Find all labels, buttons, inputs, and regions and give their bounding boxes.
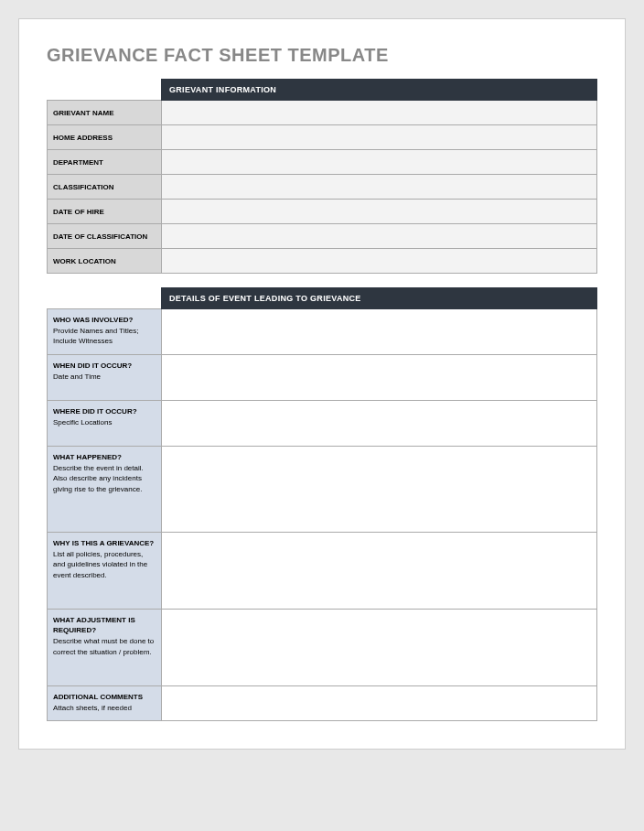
table-row: WHAT ADJUSTMENT IS REQUIRED? Describe wh… (48, 610, 597, 686)
label-home-address: HOME ADDRESS (48, 125, 162, 150)
table-row: DATE OF HIRE (48, 200, 597, 224)
table-row: DEPARTMENT (48, 150, 597, 175)
label-text: WHEN DID IT OCCUR? (53, 362, 132, 370)
label-department: DEPARTMENT (48, 150, 162, 175)
value-who-involved[interactable] (162, 309, 597, 355)
label-text: ADDITIONAL COMMENTS (53, 693, 143, 701)
label-date-of-hire: DATE OF HIRE (48, 200, 162, 224)
label-adjustment-required: WHAT ADJUSTMENT IS REQUIRED? Describe wh… (48, 610, 162, 686)
label-text: WHY IS THIS A GRIEVANCE? (53, 539, 154, 547)
label-classification: CLASSIFICATION (48, 175, 162, 200)
value-date-of-classification[interactable] (162, 224, 597, 249)
grievant-info-table: GRIEVANT INFORMATION GRIEVANT NAME HOME … (47, 79, 597, 721)
value-date-of-hire[interactable] (162, 200, 597, 224)
section-header-grievant-info: GRIEVANT INFORMATION (162, 80, 597, 101)
value-when-occur[interactable] (162, 355, 597, 401)
label-sub: Specific Locations (53, 417, 156, 427)
value-home-address[interactable] (162, 125, 597, 150)
page-title: GRIEVANCE FACT SHEET TEMPLATE (47, 45, 597, 66)
table-row: HOME ADDRESS (48, 125, 597, 150)
value-where-occur[interactable] (162, 401, 597, 447)
label-text: WHERE DID IT OCCUR? (53, 407, 137, 416)
label-text: WHAT HAPPENED? (53, 453, 122, 461)
label-sub: Attach sheets, if needed (53, 703, 156, 713)
table-row: WHERE DID IT OCCUR? Specific Locations (48, 401, 597, 447)
value-classification[interactable] (162, 175, 597, 200)
label-when-occur: WHEN DID IT OCCUR? Date and Time (48, 355, 162, 401)
value-what-happened[interactable] (162, 447, 597, 533)
label-text: WHO WAS INVOLVED? (53, 316, 133, 324)
label-text: WHAT ADJUSTMENT IS REQUIRED? (53, 616, 135, 634)
value-work-location[interactable] (162, 249, 597, 274)
table-row: GRIEVANT NAME (48, 101, 597, 125)
label-sub: Provide Names and Titles; Include Witnes… (53, 326, 156, 346)
table-row: WHO WAS INVOLVED? Provide Names and Titl… (48, 309, 597, 355)
label-what-happened: WHAT HAPPENED? Describe the event in det… (48, 447, 162, 533)
value-grievant-name[interactable] (162, 101, 597, 125)
table-row: ADDITIONAL COMMENTS Attach sheets, if ne… (48, 686, 597, 721)
label-why-grievance: WHY IS THIS A GRIEVANCE? List all polici… (48, 533, 162, 610)
spacer-cell (48, 80, 162, 101)
value-additional-comments[interactable] (162, 686, 597, 721)
label-sub: Date and Time (53, 372, 156, 382)
label-where-occur: WHERE DID IT OCCUR? Specific Locations (48, 401, 162, 447)
label-additional-comments: ADDITIONAL COMMENTS Attach sheets, if ne… (48, 686, 162, 721)
value-department[interactable] (162, 150, 597, 175)
section-header-event-details: DETAILS OF EVENT LEADING TO GRIEVANCE (162, 288, 597, 309)
table-row: WHY IS THIS A GRIEVANCE? List all polici… (48, 533, 597, 610)
table-row: WORK LOCATION (48, 249, 597, 274)
spacer-cell (48, 288, 162, 309)
table-row: DATE OF CLASSIFICATION (48, 224, 597, 249)
label-work-location: WORK LOCATION (48, 249, 162, 274)
value-why-grievance[interactable] (162, 533, 597, 610)
document-page: GRIEVANCE FACT SHEET TEMPLATE GRIEVANT I… (18, 18, 626, 750)
table-row: WHAT HAPPENED? Describe the event in det… (48, 447, 597, 533)
label-sub: Describe what must be done to correct th… (53, 636, 156, 656)
table-row: CLASSIFICATION (48, 175, 597, 200)
label-date-of-classification: DATE OF CLASSIFICATION (48, 224, 162, 249)
label-sub: List all policies, procedures, and guide… (53, 549, 156, 580)
table-row: WHEN DID IT OCCUR? Date and Time (48, 355, 597, 401)
value-adjustment-required[interactable] (162, 610, 597, 686)
label-who-involved: WHO WAS INVOLVED? Provide Names and Titl… (48, 309, 162, 355)
label-grievant-name: GRIEVANT NAME (48, 101, 162, 125)
label-sub: Describe the event in detail. Also descr… (53, 463, 156, 494)
